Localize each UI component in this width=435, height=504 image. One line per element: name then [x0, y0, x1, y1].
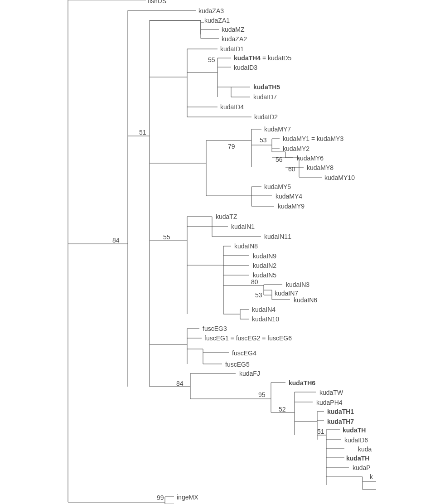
taxon-label: kudaPH4 [316, 399, 343, 406]
support-value: 84 [112, 237, 120, 244]
support-value: 56 [276, 156, 283, 163]
taxon-label: fishUS [148, 0, 166, 4]
phylogenetic-tree [0, 0, 435, 504]
taxon-label: kudaID3 [234, 64, 257, 71]
taxon-label: kudaMY1 = kudaMY3 [283, 136, 343, 142]
support-value: 51 [317, 428, 324, 435]
taxon-label: kudaIN8 [234, 243, 258, 249]
taxon-label: kudaTH [346, 455, 369, 461]
support-value: 99 [157, 494, 164, 501]
taxon-label: kudaIN10 [252, 316, 279, 322]
taxon-label: kudaFJ [239, 370, 260, 377]
taxon-label: kudaIN7 [275, 290, 298, 296]
taxon-label: fuscEG1 = fuscEG2 = fuscEG6 [204, 335, 292, 341]
support-value: 95 [258, 391, 266, 398]
support-value: 53 [260, 136, 267, 144]
taxon-label: kudaZA2 [222, 36, 247, 42]
taxon-label: kudaID1 [220, 46, 244, 52]
taxon-label: kudaMY9 [278, 203, 304, 209]
taxon-label: ingeMX [177, 494, 198, 500]
taxon-label: kudaZA3 [198, 8, 224, 14]
taxon-label: kudaMY6 [297, 155, 324, 161]
taxon-label: kudaTH5 [253, 84, 280, 90]
taxon-label: kudaID4 [220, 104, 244, 110]
taxon-label: kudaMY7 [264, 126, 291, 132]
taxon-label: kudaIN1 [231, 223, 255, 230]
taxon-label: kudaMY2 [283, 145, 309, 152]
taxon-label: kudaTH7 [327, 418, 354, 425]
support-value: 53 [255, 291, 262, 299]
taxon-label: kudaP [353, 465, 371, 471]
support-value: 55 [208, 56, 215, 63]
support-value: 80 [251, 278, 258, 286]
taxon-label: kudaID2 [254, 114, 278, 120]
taxon-label: kudaTH4 = kudaID5 [234, 55, 291, 61]
taxon-label: kudaTH1 [327, 408, 354, 415]
taxon-label: kudaIN6 [294, 297, 317, 303]
taxon-label: kudaMY4 [276, 193, 302, 199]
taxon-label: fuscEG4 [232, 350, 256, 356]
support-value: 84 [176, 380, 184, 387]
taxon-label: kudaID6 [344, 437, 368, 443]
taxon-label: kudaTW [319, 389, 343, 396]
taxon-label: fuscEG3 [203, 325, 227, 332]
taxon-label: kudaMZ [222, 26, 245, 33]
taxon-label: kudaMY8 [307, 165, 334, 171]
taxon-label: kudaTH6 [289, 380, 315, 386]
taxon-label: kudaTZ [216, 213, 237, 220]
support-value: 79 [228, 143, 235, 150]
support-value: 52 [279, 406, 286, 413]
taxon-label: kuda [358, 446, 372, 452]
taxon-label: kudaIN3 [286, 281, 309, 288]
taxon-label: kudaIN4 [252, 306, 276, 313]
taxon-label: kudaIN9 [253, 253, 276, 259]
taxon-label: k [370, 474, 373, 480]
taxon-label: fuscEG5 [225, 361, 250, 368]
taxon-label: kudaMY5 [264, 184, 291, 190]
taxon-label: kudaID7 [253, 94, 277, 100]
taxon-label: kudaTH [343, 427, 366, 433]
taxon-label: kudaIN2 [253, 262, 276, 269]
taxon-label: kudaZA1 [204, 17, 230, 24]
support-value: 55 [163, 233, 170, 241]
taxon-label: kudaIN5 [253, 272, 276, 278]
taxon-label: kudaIN11 [264, 233, 291, 240]
taxon-label: kudaMY10 [324, 174, 355, 181]
support-value: 51 [139, 129, 146, 136]
support-value: 60 [288, 165, 295, 173]
